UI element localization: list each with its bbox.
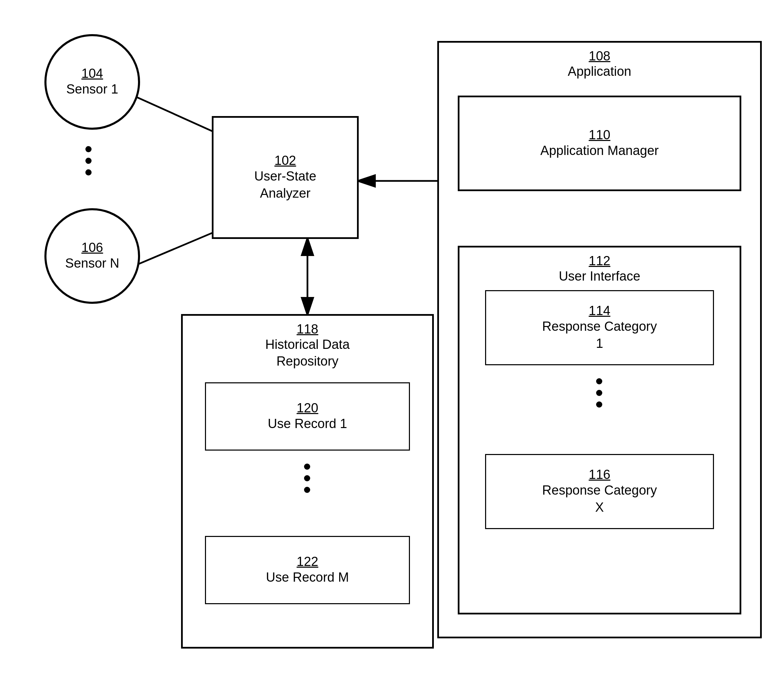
analyzer-id: 102 xyxy=(274,153,296,168)
historicalRepo-id: 118 xyxy=(297,322,318,337)
sensor1-id: 104 xyxy=(81,66,103,81)
sensor1-node: 104 Sensor 1 xyxy=(44,34,140,130)
appManager-id: 110 xyxy=(589,128,610,143)
useRecord1-label: Use Record 1 xyxy=(268,415,347,432)
useRecordM-id: 122 xyxy=(297,554,318,569)
dot-u3 xyxy=(304,487,310,493)
appManager-label: Application Manager xyxy=(540,143,659,159)
useRecord1-node: 120 Use Record 1 xyxy=(205,382,410,451)
historicalRepo-label: Historical DataRepository xyxy=(265,336,349,370)
userInterface-label: User Interface xyxy=(559,268,641,285)
response-dots xyxy=(596,375,602,410)
userInterface-id: 112 xyxy=(589,253,610,268)
responseCategoryX-id: 116 xyxy=(589,467,610,482)
responseCategoryX-label: Response CategoryX xyxy=(542,482,657,516)
sensor-dots xyxy=(86,143,92,178)
sensorN-node: 106 Sensor N xyxy=(44,208,140,304)
userecord-dots xyxy=(304,461,310,496)
useRecordM-node: 122 Use Record M xyxy=(205,536,410,604)
dot1 xyxy=(86,146,92,152)
responseCategory1-id: 114 xyxy=(589,304,610,318)
sensor1-label: Sensor 1 xyxy=(66,81,118,98)
responseCategoryX-node: 116 Response CategoryX xyxy=(485,454,714,529)
sensorN-label: Sensor N xyxy=(65,255,119,272)
dot-u2 xyxy=(304,475,310,481)
application-id: 108 xyxy=(589,49,610,63)
responseCategory1-node: 114 Response Category1 xyxy=(485,290,714,365)
diagram: 104 Sensor 1 106 Sensor N 102 User-State… xyxy=(0,0,784,681)
sensorN-id: 106 xyxy=(81,240,103,255)
analyzer-label: User-State Analyzer xyxy=(254,168,316,202)
appManager-node: 110 Application Manager xyxy=(458,96,741,191)
useRecordM-label: Use Record M xyxy=(266,569,349,586)
dot-r1 xyxy=(596,378,602,384)
useRecord1-id: 120 xyxy=(297,401,318,415)
application-label: Application xyxy=(568,63,631,80)
dot3 xyxy=(86,169,92,176)
analyzer-node: 102 User-State Analyzer xyxy=(212,116,359,239)
dot2 xyxy=(86,158,92,164)
dot-r2 xyxy=(596,390,602,396)
responseCategory1-label: Response Category1 xyxy=(542,318,657,352)
dot-r3 xyxy=(596,401,602,408)
dot-u1 xyxy=(304,464,310,470)
